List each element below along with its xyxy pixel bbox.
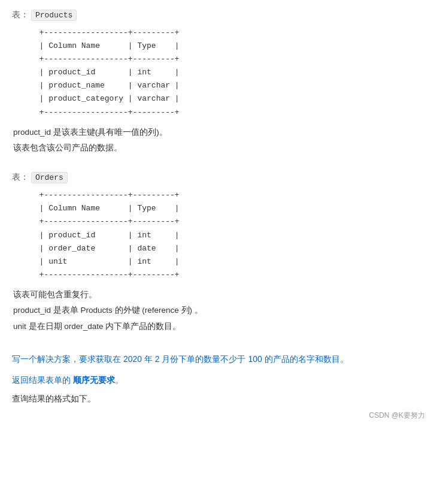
footer: CSDN @K要努力	[12, 411, 425, 421]
order-suffix: 。	[115, 375, 123, 385]
products-table-badge: Products	[31, 10, 77, 21]
orders-desc-2: product_id 是表单 Products 的外键 (reference 列…	[13, 303, 425, 318]
orders-schema-pre: +------------------+---------+ | Column …	[30, 189, 425, 282]
orders-description: 该表可能包含重复行。 product_id 是表单 Products 的外键 (…	[12, 288, 425, 334]
format-text: 查询结果的格式如下。	[12, 394, 96, 403]
products-desc-1: product_id 是该表主键(具有唯一值的列)。	[13, 125, 425, 140]
question-main-text: 写一个解决方案，要求获取在 2020 年 2 月份下单的数量不少于 100 的产…	[12, 354, 348, 364]
answer-format: 查询结果的格式如下。	[12, 394, 425, 405]
products-schema-pre: +------------------+---------+ | Column …	[30, 26, 425, 119]
question-text: 写一个解决方案，要求获取在 2020 年 2 月份下单的数量不少于 100 的产…	[12, 352, 425, 367]
orders-table-badge: Orders	[31, 172, 68, 183]
question-section: 写一个解决方案，要求获取在 2020 年 2 月份下单的数量不少于 100 的产…	[12, 352, 425, 405]
label-prefix-1: 表：	[12, 10, 29, 19]
products-schema: +------------------+---------+ | Column …	[12, 26, 425, 119]
products-section: 表： Products +------------------+--------…	[12, 10, 425, 155]
footer-text: CSDN @K要努力	[369, 411, 425, 421]
orders-section: 表： Orders +------------------+---------+…	[12, 172, 425, 334]
order-note: 返回结果表单的 顺序无要求。	[12, 373, 425, 388]
products-desc-2: 该表包含该公司产品的数据。	[13, 141, 425, 155]
order-note-prefix: 返回结果表单的	[12, 375, 73, 385]
products-description: product_id 是该表主键(具有唯一值的列)。 该表包含该公司产品的数据。	[12, 125, 425, 156]
orders-desc-3: unit 是在日期 order_date 内下单产品的数目。	[13, 319, 425, 334]
orders-desc-1: 该表可能包含重复行。	[13, 288, 425, 302]
products-table-label: 表： Products	[12, 10, 425, 20]
orders-schema: +------------------+---------+ | Column …	[12, 189, 425, 282]
label-prefix-2: 表：	[12, 172, 29, 182]
orders-table-label: 表： Orders	[12, 172, 425, 183]
order-bold-text: 顺序无要求	[73, 375, 115, 385]
